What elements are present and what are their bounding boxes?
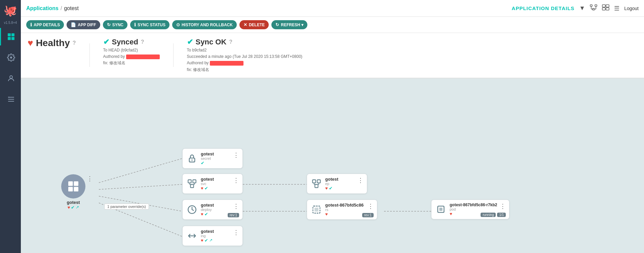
healthy-help-icon[interactable]: ? — [73, 40, 76, 46]
delete-icon: ✕ — [243, 22, 247, 27]
pod-type: pod — [450, 207, 497, 211]
status-divider-2 — [173, 43, 174, 67]
status-divider-1 — [89, 43, 90, 67]
svc-menu[interactable]: ⋮ — [233, 177, 239, 184]
ing-name: gotest — [201, 229, 230, 234]
svg-rect-3 — [11, 37, 14, 40]
node-ing[interactable]: gotest ing ♥ ✔ ↗ ⋮ — [182, 226, 243, 246]
tree-icon[interactable] — [590, 4, 597, 12]
ing-check: ✔ — [204, 238, 208, 243]
history-icon: ⊙ — [176, 22, 180, 27]
root-node-menu[interactable]: ⋮ — [87, 175, 93, 182]
page-title: APPLICATION DETAILS — [512, 5, 575, 11]
svg-rect-51 — [314, 208, 318, 212]
root-external-icon: ↗ — [76, 205, 79, 210]
ing-menu[interactable]: ⋮ — [233, 229, 239, 236]
node-rs[interactable]: gotest-867bfd5c86 rs ♥ ⋮ rev:1 — [307, 200, 377, 220]
heart-icon: ♥ — [28, 38, 33, 48]
logout-button[interactable]: Logout — [624, 6, 639, 11]
ep-menu[interactable]: ⋮ — [357, 177, 364, 184]
syncok-label: Sync OK — [196, 38, 227, 46]
ing-icon — [186, 230, 198, 242]
deploy-icon — [186, 204, 198, 216]
svg-rect-1 — [11, 33, 14, 36]
rs-menu[interactable]: ⋮ — [368, 203, 374, 210]
svg-line-22 — [99, 184, 182, 189]
node-ep[interactable]: gotest ep ♥ ✔ ⋮ — [307, 174, 367, 194]
svg-point-33 — [191, 159, 193, 161]
topnav-right: APPLICATION DETAILS ▼ — [512, 4, 639, 12]
ing-heart: ♥ — [201, 238, 203, 243]
ep-icon — [310, 178, 323, 190]
sidebar-item-settings[interactable] — [0, 49, 21, 66]
secret-info: gotest secret ✔ — [201, 151, 230, 166]
app-diff-button[interactable]: 📄 APP DIFF — [67, 20, 100, 29]
override-badge: 1 parameter override(s) — [104, 204, 149, 210]
diff-icon: 📄 — [71, 22, 76, 27]
info-icon: ℹ — [30, 22, 32, 27]
secret-status: ✔ — [201, 160, 230, 166]
history-button[interactable]: ⊙ HISTORY AND ROLLBACK — [172, 20, 237, 29]
sidebar-item-list[interactable] — [0, 91, 21, 108]
deploy-check: ✔ — [204, 212, 208, 217]
app-details-button[interactable]: ℹ APP DETAILS — [26, 20, 64, 29]
breadcrumb-applications[interactable]: Applications — [26, 5, 59, 11]
node-pod[interactable]: gotest-867bfd5c86-r7kb2 pod ♥ ⋮ running … — [431, 200, 509, 219]
syncok-detail-2: Succeeded a minute ago (Tue Jul 28 2020 … — [187, 53, 302, 60]
svg-rect-2 — [8, 37, 11, 40]
secret-menu[interactable]: ⋮ — [233, 151, 239, 159]
pod-menu[interactable]: ⋮ — [500, 203, 506, 210]
svg-line-21 — [99, 158, 182, 183]
ing-info: gotest ing ♥ ✔ ↗ — [201, 229, 230, 243]
version-label: v1.5.8+4 — [4, 21, 17, 25]
node-deploy[interactable]: gotest deploy ♥ ✔ ⋮ rev:1 — [182, 200, 243, 220]
node-secret[interactable]: gotest secret ✔ ⋮ — [182, 148, 243, 169]
sync-status-button[interactable]: ℹ SYNC STATUS — [130, 20, 169, 29]
syncok-check-icon: ✔ — [187, 38, 193, 46]
ep-name: gotest — [325, 177, 355, 182]
synced-detail-authored: Authored by — [103, 53, 160, 60]
secret-name: gotest — [201, 151, 230, 156]
sidebar-item-applications[interactable] — [0, 28, 21, 45]
deploy-type: deploy — [201, 208, 230, 212]
sync-icon: ↻ — [107, 22, 111, 27]
sidebar-item-user[interactable] — [0, 70, 21, 87]
ep-type: ep — [325, 182, 355, 186]
sync-status-label: SYNC STATUS — [138, 23, 165, 27]
root-node-circle — [61, 174, 85, 198]
svg-rect-20 — [606, 8, 609, 10]
synced-detail: To HEAD (b9cfad2) Authored by fix: 修改域名 — [103, 47, 160, 67]
healthy-label: Healthy — [36, 38, 70, 48]
author-redacted-2 — [210, 61, 243, 66]
app-details-label: APP DETAILS — [34, 23, 60, 27]
rs-info: gotest-867bfd5c86 rs ♥ — [325, 203, 365, 217]
svc-info: gotest svc ♥ ✔ — [201, 177, 230, 191]
svg-rect-29 — [74, 181, 79, 186]
pod-icon — [435, 203, 447, 215]
grid-icon[interactable] — [602, 4, 609, 12]
connections-svg — [21, 78, 644, 253]
svg-rect-11 — [595, 5, 597, 6]
deploy-menu[interactable]: ⋮ — [233, 203, 239, 210]
svg-rect-53 — [439, 208, 442, 211]
delete-button[interactable]: ✕ DELETE — [239, 20, 269, 29]
svg-rect-28 — [68, 181, 73, 186]
syncok-detail-authored: Authored by — [187, 60, 302, 66]
rs-type: rs — [325, 208, 365, 212]
svg-point-5 — [10, 76, 12, 78]
synced-help-icon[interactable]: ? — [141, 39, 144, 45]
syncok-help-icon[interactable]: ? — [229, 39, 232, 45]
health-status-block: ♥ Healthy ? — [28, 38, 76, 48]
node-svc[interactable]: gotest svc ♥ ✔ ⋮ — [182, 174, 243, 194]
svg-rect-0 — [8, 33, 11, 36]
svg-rect-43 — [312, 180, 315, 183]
synced-check-icon: ✔ — [103, 38, 109, 46]
list-view-icon[interactable]: ☰ — [614, 5, 619, 12]
filter-icon[interactable]: ▼ — [579, 5, 585, 12]
refresh-button[interactable]: ↻ REFRESH ▾ — [271, 20, 307, 29]
override-label: 1 parameter override(s) — [107, 205, 146, 209]
svc-status: ♥ ✔ — [201, 186, 230, 191]
ep-status: ♥ ✔ — [325, 186, 355, 191]
sync-button[interactable]: ↻ SYNC — [103, 20, 127, 29]
svg-rect-45 — [315, 184, 318, 187]
